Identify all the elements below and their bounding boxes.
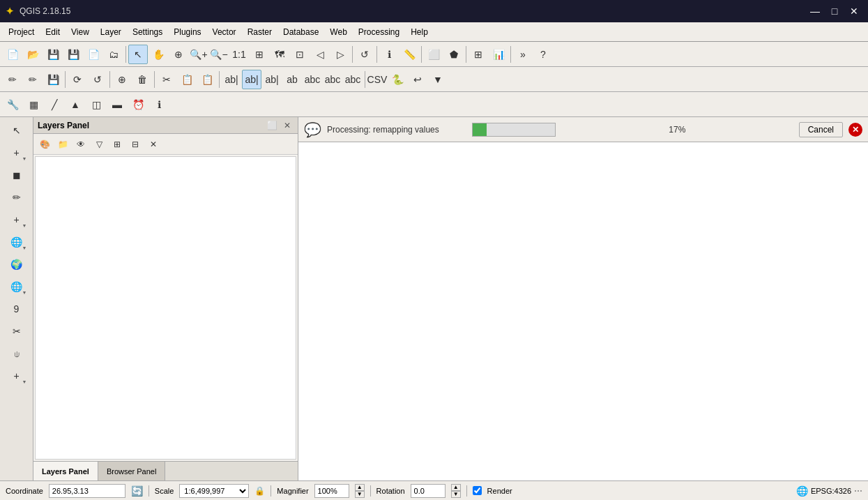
line-btn[interactable]: ╱ (45, 95, 64, 114)
remove-layer-button[interactable]: ✕ (145, 136, 162, 153)
sidebar-add-layer[interactable]: + ▼ (4, 142, 29, 163)
panel-close-button[interactable]: ✕ (281, 119, 294, 132)
collapse-all-button[interactable]: ⊟ (127, 136, 144, 153)
zoom-last-button[interactable]: ◁ (310, 45, 330, 64)
magnifier-up-button[interactable]: ▲ (355, 484, 365, 491)
current-edits-button[interactable]: ✏ (3, 70, 22, 89)
label-btn3[interactable]: ab| (262, 70, 282, 89)
zoom-out-button[interactable]: 🔍− (209, 45, 229, 64)
sidebar-globe-add[interactable]: 🌐 ▼ (4, 232, 29, 252)
sidebar-edit-node[interactable]: ✏ (4, 187, 29, 208)
history-btn[interactable]: ↩ (408, 70, 427, 89)
menu-help[interactable]: Help (405, 24, 434, 40)
zoom-layer-button[interactable]: 🗺 (270, 45, 289, 64)
tab-browser-panel[interactable]: Browser Panel (98, 462, 166, 480)
more-tools-button[interactable]: » (513, 45, 533, 64)
open-print-button[interactable]: 🗂 (104, 45, 123, 64)
close-button[interactable]: ✕ (846, 3, 862, 20)
magnifier-input[interactable] (314, 484, 349, 498)
save-edits-button[interactable]: 💾 (43, 70, 63, 89)
sidebar-globe2[interactable]: 🌍 (4, 254, 29, 275)
expand-all-button[interactable]: ⊞ (109, 136, 125, 153)
menu-settings[interactable]: Settings (127, 24, 168, 40)
zoom-full-button[interactable]: ⊞ (250, 45, 269, 64)
csv-btn[interactable]: CSV (367, 70, 387, 89)
info-btn2[interactable]: ℹ (149, 95, 169, 114)
save-project-button[interactable]: 💾 (43, 45, 63, 64)
label-btn6[interactable]: abc (323, 70, 342, 89)
menu-web[interactable]: Web (324, 24, 352, 40)
processing-btn[interactable]: ▼ (428, 70, 448, 89)
cancel-button[interactable]: Cancel (799, 122, 843, 137)
add-group-button[interactable]: 📁 (54, 136, 71, 153)
rotation-down-button[interactable]: ▼ (451, 491, 461, 498)
cut-features-button[interactable]: ✂ (157, 70, 176, 89)
epsg-label[interactable]: EPSG:4326 (811, 487, 851, 495)
new-print-button[interactable]: 📄 (84, 45, 103, 64)
menu-edit[interactable]: Edit (40, 24, 66, 40)
zoom-selection-button[interactable]: ⊡ (290, 45, 310, 64)
sidebar-digitize[interactable]: ◼ (4, 165, 29, 185)
select-rect-button[interactable]: ⬜ (424, 45, 443, 64)
minimize-button[interactable]: — (807, 3, 823, 20)
sidebar-cut[interactable]: ✂ (4, 321, 29, 342)
sidebar-vertex[interactable]: ⍦ (4, 343, 29, 364)
identify-button[interactable]: ℹ (379, 45, 399, 64)
open-project-button[interactable]: 📂 (23, 45, 43, 64)
menu-database[interactable]: Database (277, 24, 324, 40)
maximize-button[interactable]: □ (826, 3, 843, 20)
label-btn5[interactable]: abc (303, 70, 322, 89)
add-point-button[interactable]: ⊕ (112, 70, 132, 89)
label-btn7[interactable]: abc (343, 70, 363, 89)
zoom-actual-button[interactable]: 1:1 (229, 45, 249, 64)
layers-btn2[interactable]: ◫ (86, 95, 106, 114)
more-button[interactable]: ⋯ (854, 486, 862, 496)
help-button[interactable]: ? (533, 45, 553, 64)
grid-btn[interactable]: ▦ (24, 95, 43, 114)
panel-float-button[interactable]: ⬜ (266, 119, 278, 132)
rect-btn[interactable]: ▬ (107, 95, 127, 114)
manage-visibility-button[interactable]: 👁 (73, 136, 89, 153)
digitize-btn2[interactable]: ↺ (88, 70, 107, 89)
sidebar-add-feature[interactable]: + ▼ (4, 209, 29, 230)
menu-vector[interactable]: Vector (207, 24, 242, 40)
python-btn[interactable]: 🐍 (388, 70, 407, 89)
pan-map-button[interactable]: ✋ (149, 45, 168, 64)
delete-selected-button[interactable]: 🗑 (132, 70, 152, 89)
open-layer-style-button[interactable]: 🎨 (36, 136, 53, 153)
label-btn[interactable]: ab| (222, 70, 241, 89)
measure-button[interactable]: 📏 (399, 45, 419, 64)
rotation-up-button[interactable]: ▲ (451, 484, 461, 491)
render-checkbox[interactable] (473, 486, 482, 495)
menu-processing[interactable]: Processing (353, 24, 405, 40)
save-as-button[interactable]: 💾 (63, 45, 83, 64)
pan-map-to-button[interactable]: ⊕ (169, 45, 188, 64)
menu-plugins[interactable]: Plugins (168, 24, 206, 40)
zoom-in-button[interactable]: 🔍+ (189, 45, 208, 64)
clock-btn[interactable]: ⏰ (128, 95, 148, 114)
digitize-btn1[interactable]: ⟳ (68, 70, 87, 89)
tab-layers-panel[interactable]: Layers Panel (33, 462, 98, 480)
copy-features-button[interactable]: 📋 (177, 70, 197, 89)
open-attr-button[interactable]: ⊞ (469, 45, 488, 64)
new-project-button[interactable]: 📄 (3, 45, 22, 64)
scale-select[interactable]: 1:6,499,997 (179, 484, 249, 498)
menu-raster[interactable]: Raster (242, 24, 277, 40)
sidebar-wfs-add[interactable]: 🌐 ▼ (4, 276, 29, 297)
arrow-up-btn[interactable]: ▲ (66, 95, 85, 114)
label-btn4[interactable]: ab (282, 70, 302, 89)
filter-layer-button[interactable]: ▽ (91, 136, 107, 153)
label-btn2[interactable]: ab| (242, 70, 261, 89)
coordinate-input[interactable] (49, 484, 125, 498)
menu-layer[interactable]: Layer (95, 24, 127, 40)
magnifier-down-button[interactable]: ▼ (355, 491, 365, 498)
wrench-icon-btn[interactable]: 🔧 (3, 95, 22, 114)
rotation-input[interactable] (411, 484, 446, 498)
map-canvas[interactable] (298, 142, 868, 480)
toggle-edit-button[interactable]: ✏ (23, 70, 43, 89)
zoom-next-button[interactable]: ▷ (330, 45, 350, 64)
refresh-button[interactable]: ↺ (355, 45, 374, 64)
select-polygon-button[interactable]: ⬟ (444, 45, 464, 64)
menu-project[interactable]: Project (3, 24, 40, 40)
select-feature-button[interactable]: ↖ (128, 45, 148, 64)
